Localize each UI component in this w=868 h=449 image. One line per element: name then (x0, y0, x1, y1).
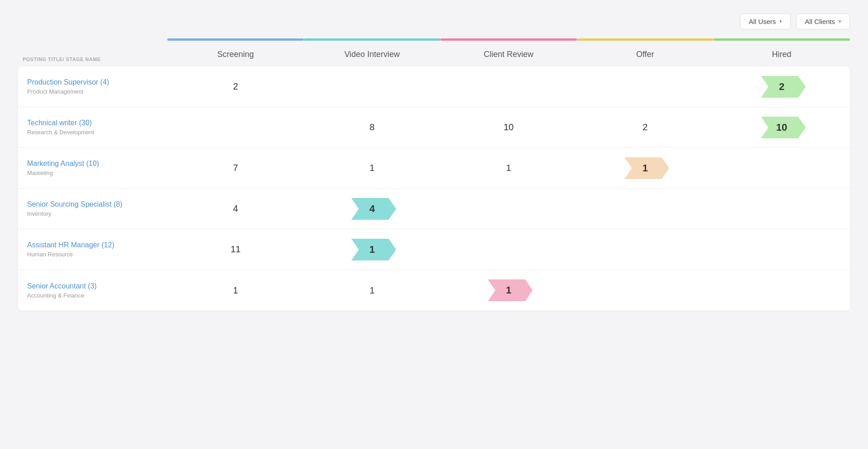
video-interview-cell: 1 (304, 163, 440, 173)
job-dept: Accounting & Finance (27, 292, 163, 299)
offer-cell-badge: 1 (620, 156, 670, 180)
job-dept: Research & Development (27, 129, 163, 136)
video-interview-cell: 8 (304, 122, 440, 132)
top-bar: All Users ▾ All Clients ▾ (18, 14, 850, 29)
video-interview-cell: 4 (304, 197, 440, 221)
video-interview-cell: 1 (304, 238, 440, 261)
all-clients-label: All Clients (805, 18, 835, 25)
job-dept: Product Management (27, 88, 163, 95)
job-cell: Senior Accountant (3)Accounting & Financ… (18, 274, 167, 307)
video-interview-cell-value: 4 (369, 203, 375, 215)
color-bar-offer (577, 38, 713, 41)
color-bar-client (440, 38, 577, 41)
video-interview-cell: 1 (304, 285, 440, 296)
video-interview-cell-badge: 1 (347, 238, 397, 261)
hired-header: Hired (713, 47, 850, 62)
client-review-cell: 1 (440, 163, 577, 173)
hired-cell-value: 10 (776, 122, 787, 133)
job-title[interactable]: Senior Accountant (3) (27, 282, 163, 290)
hired-cell: 2 (713, 75, 850, 99)
screening-cell: 2 (167, 81, 304, 92)
video-interview-header: Video Interview (304, 47, 440, 62)
table-header: POSTING TITLE/ STAGE NAME Screening Vide… (18, 41, 850, 66)
screening-cell-value: 7 (233, 163, 238, 173)
offer-cell: 1 (577, 156, 713, 180)
screening-cell-value: 2 (233, 81, 238, 91)
offer-cell-value: 2 (642, 122, 647, 132)
job-title[interactable]: Marketing Analyst (10) (27, 160, 163, 168)
video-interview-cell-value: 1 (369, 285, 374, 295)
screening-cell-value: 4 (233, 203, 238, 213)
table-row: Marketing Analyst (10)Marketing711 1 (18, 148, 850, 189)
job-title[interactable]: Assistant HR Manager (12) (27, 241, 163, 249)
job-cell: Production Supervisor (4)Product Managem… (18, 70, 167, 103)
client-review-cell-value: 10 (504, 122, 514, 132)
client-review-cell-value: 1 (506, 163, 511, 173)
offer-header: Offer (577, 47, 713, 62)
screening-header: Screening (167, 47, 304, 62)
job-title[interactable]: Production Supervisor (4) (27, 78, 163, 86)
table-row: Assistant HR Manager (12)Human Resource1… (18, 229, 850, 270)
client-review-cell-value: 1 (506, 284, 511, 296)
job-dept: Human Resource (27, 251, 163, 258)
color-bar-hired (713, 38, 850, 41)
job-cell: Senior Sourcing Specialist (8)Inventory (18, 192, 167, 225)
job-cell: Technical writer (30)Research & Developm… (18, 111, 167, 144)
color-bar (18, 38, 850, 41)
hired-cell-badge: 2 (757, 75, 807, 99)
all-clients-dropdown[interactable]: All Clients ▾ (796, 14, 850, 29)
client-review-cell: 1 (440, 279, 577, 302)
page-container: All Users ▾ All Clients ▾ POSTING TITLE/… (0, 0, 868, 324)
color-bar-empty (18, 38, 167, 41)
video-interview-cell-value: 1 (369, 244, 375, 255)
all-users-label: All Users (749, 18, 776, 25)
hired-cell-value: 2 (779, 81, 784, 93)
screening-cell-value: 1 (233, 285, 238, 295)
all-clients-chevron: ▾ (839, 19, 841, 24)
screening-cell: 1 (167, 285, 304, 296)
color-bar-video (304, 38, 440, 41)
color-bar-screening (167, 38, 304, 41)
offer-cell-value: 1 (642, 162, 648, 174)
screening-cell: 4 (167, 203, 304, 214)
posting-title-header: POSTING TITLE/ STAGE NAME (18, 47, 167, 62)
job-cell: Assistant HR Manager (12)Human Resource (18, 233, 167, 266)
screening-cell: 11 (167, 244, 304, 255)
client-review-header: Client Review (440, 47, 577, 62)
video-interview-cell-value: 8 (369, 122, 374, 132)
table-body: Production Supervisor (4)Product Managem… (18, 66, 850, 311)
client-review-cell-badge: 1 (484, 279, 533, 302)
job-dept: Marketing (27, 170, 163, 176)
job-dept: Inventory (27, 210, 163, 217)
table-row: Senior Sourcing Specialist (8)Inventory4… (18, 189, 850, 229)
hired-cell-badge: 10 (757, 116, 807, 139)
table-row: Technical writer (30)Research & Developm… (18, 107, 850, 148)
all-users-chevron: ▾ (779, 19, 782, 24)
video-interview-cell-badge: 4 (347, 197, 397, 221)
job-title[interactable]: Technical writer (30) (27, 119, 163, 127)
all-users-dropdown[interactable]: All Users ▾ (740, 14, 791, 29)
screening-cell: 7 (167, 163, 304, 173)
screening-cell-value: 11 (231, 244, 241, 254)
offer-cell: 2 (577, 122, 713, 132)
job-title[interactable]: Senior Sourcing Specialist (8) (27, 200, 163, 208)
table-row: Production Supervisor (4)Product Managem… (18, 66, 850, 107)
video-interview-cell-value: 1 (369, 163, 374, 173)
job-cell: Marketing Analyst (10)Marketing (18, 151, 167, 184)
hired-cell: 10 (713, 116, 850, 139)
client-review-cell: 10 (440, 122, 577, 132)
table-row: Senior Accountant (3)Accounting & Financ… (18, 270, 850, 311)
